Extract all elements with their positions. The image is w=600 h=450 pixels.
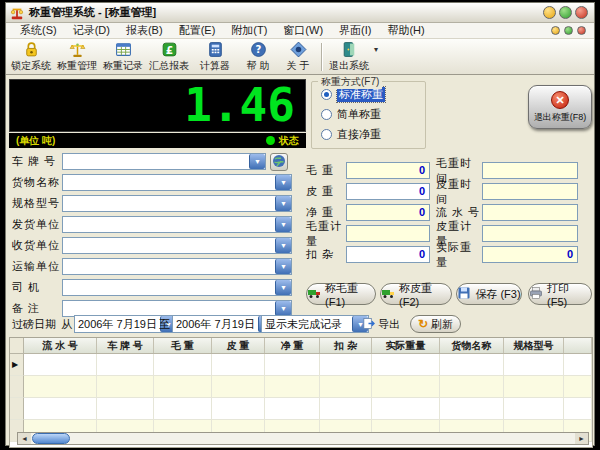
selector-header-cell <box>10 338 24 353</box>
window-title: 称重管理系统 - [称重管理] <box>29 5 156 20</box>
gross-time-input[interactable] <box>482 162 578 179</box>
menu-addons[interactable]: 附加(T) <box>223 23 275 38</box>
menu-system[interactable]: 系统(S) <box>12 23 65 38</box>
summary-report-button[interactable]: £ 汇总报表 <box>146 40 192 73</box>
goods-combobox[interactable]: ▼ <box>62 174 292 191</box>
col-actual[interactable]: 实际重量 <box>372 338 440 353</box>
col-deduct[interactable]: 扣 杂 <box>320 338 372 353</box>
weigh-records-button[interactable]: 称重记录 <box>100 40 146 73</box>
chevron-down-icon[interactable]: ▼ <box>249 154 265 169</box>
mdi-close-icon[interactable] <box>577 26 586 35</box>
chevron-down-icon[interactable]: ▼ <box>275 175 291 190</box>
about-icon <box>290 41 307 58</box>
toolbar-label: 退出系统 <box>329 59 369 73</box>
tare-label: 皮 重 <box>306 184 346 199</box>
transport-combobox[interactable]: ▼ <box>62 258 292 275</box>
shipper-combobox[interactable]: ▼ <box>62 216 292 233</box>
weigh-manage-button[interactable]: 称重管理 <box>54 40 100 73</box>
export-icon <box>362 317 375 332</box>
unit-label: (单位 吨) <box>16 134 55 148</box>
receiver-combobox[interactable]: ▼ <box>62 237 292 254</box>
actual-weight-input[interactable]: 0 <box>482 246 578 263</box>
filter-row: 过磅日期 从 2006年 7月19日▼ 至 2006年 7月19日▼ 显示未完成… <box>6 313 594 335</box>
chevron-down-icon[interactable]: ▼ <box>275 217 291 232</box>
maximize-icon[interactable] <box>559 6 572 19</box>
radio-direct-net[interactable]: 直接净重 <box>321 127 425 142</box>
chevron-down-icon[interactable]: ▼ <box>275 196 291 211</box>
scrollbar-thumb[interactable] <box>32 433 70 444</box>
col-net[interactable]: 净 重 <box>265 338 320 353</box>
about-button[interactable]: 关 于 <box>278 40 318 73</box>
exit-system-button[interactable]: 退出系统 <box>326 40 372 73</box>
chevron-down-icon[interactable]: ▼ <box>275 259 291 274</box>
weigh-tare-button[interactable]: 称皮重 (F2) <box>380 283 452 305</box>
plate-combobox[interactable]: ▼ <box>62 153 266 170</box>
minimize-icon[interactable] <box>543 6 556 19</box>
tare-measure-input[interactable] <box>482 225 578 242</box>
menu-window[interactable]: 窗口(W) <box>275 23 331 38</box>
radio-simple-weigh[interactable]: 简单称重 <box>321 107 425 122</box>
gross-measure-label: 毛重计量 <box>306 219 346 249</box>
calculator-button[interactable]: 计算器 <box>192 40 238 73</box>
table-row[interactable] <box>10 376 592 398</box>
records-grid-icon <box>115 41 132 58</box>
globe-button[interactable] <box>270 153 288 171</box>
save-button[interactable]: 保存 (F3) <box>456 283 522 305</box>
menu-help[interactable]: 帮助(H) <box>379 23 432 38</box>
table-row[interactable] <box>10 398 592 420</box>
export-button[interactable]: 导出 <box>358 315 404 333</box>
scroll-left-icon[interactable]: ◄ <box>18 433 31 444</box>
refresh-button[interactable]: ↻ 刷新 <box>410 315 461 333</box>
weigh-gross-button[interactable]: 称毛重 (F1) <box>306 283 376 305</box>
col-serial[interactable]: 流 水 号 <box>24 338 97 353</box>
menu-interface[interactable]: 界面(I) <box>331 23 379 38</box>
spec-combobox[interactable]: ▼ <box>62 195 292 212</box>
chevron-down-icon[interactable]: ▼ <box>275 238 291 253</box>
toolbar-label: 称重管理 <box>57 59 97 73</box>
row-deduct: 扣 杂 0 实际重量 0 <box>306 246 578 263</box>
mdi-minimize-icon[interactable] <box>551 26 560 35</box>
serial-input[interactable] <box>482 204 578 221</box>
weigh-date-label: 过磅日期 <box>12 315 56 333</box>
chevron-down-icon[interactable]: ▼ <box>275 280 291 295</box>
deduct-input[interactable]: 0 <box>346 246 430 263</box>
scroll-right-icon[interactable]: ► <box>575 433 588 444</box>
close-icon[interactable] <box>575 6 588 19</box>
mdi-restore-icon[interactable] <box>564 26 573 35</box>
col-spec[interactable]: 规格型号 <box>504 338 564 353</box>
table-row[interactable]: ▶ <box>10 354 592 376</box>
col-gross[interactable]: 毛 重 <box>154 338 212 353</box>
menu-config[interactable]: 配置(E) <box>171 23 224 38</box>
col-tare[interactable]: 皮 重 <box>212 338 265 353</box>
gross-input[interactable]: 0 <box>346 162 430 179</box>
lock-system-button[interactable]: 锁定系统 <box>8 40 54 73</box>
toolbar-overflow-icon[interactable]: ▾ <box>374 45 378 54</box>
col-plate[interactable]: 车 牌 号 <box>97 338 154 353</box>
toolbar-separator <box>321 43 323 71</box>
radio-standard-weigh[interactable]: 标准称重 <box>321 87 425 102</box>
title-bar: 称重管理系统 - [称重管理] <box>6 3 594 23</box>
from-label: 从 <box>61 315 72 333</box>
field-row-spec: 规格型号 ▼ <box>12 195 292 212</box>
horizontal-scrollbar[interactable]: ◄ ► <box>17 432 589 445</box>
record-view-value: 显示未完成记录 <box>262 316 352 332</box>
unit-status-bar: (单位 吨) 状态 <box>9 133 306 148</box>
help-button[interactable]: ? 帮 助 <box>238 40 278 73</box>
print-button[interactable]: 打印 (F5) <box>528 283 592 305</box>
menu-reports[interactable]: 报表(B) <box>118 23 171 38</box>
gross-measure-input[interactable] <box>346 225 430 242</box>
driver-combobox[interactable]: ▼ <box>62 279 292 296</box>
net-input[interactable]: 0 <box>346 204 430 221</box>
tare-time-input[interactable] <box>482 183 578 200</box>
menu-records[interactable]: 记录(D) <box>65 23 118 38</box>
record-view-select[interactable]: 显示未完成记录▼ <box>261 315 369 333</box>
gross-label: 毛 重 <box>306 163 346 178</box>
toolbar-label: 汇总报表 <box>149 59 189 73</box>
exit-weigh-button[interactable]: ✕ 退出称重(F8) <box>528 85 592 129</box>
col-goods[interactable]: 货物名称 <box>440 338 504 353</box>
tare-input[interactable]: 0 <box>346 183 430 200</box>
exit-door-icon <box>341 41 358 58</box>
tare-time-label: 皮重时间 <box>436 177 482 207</box>
red-x-icon: ✕ <box>551 91 569 109</box>
date-to-picker[interactable]: 2006年 7月19日▼ <box>172 315 275 333</box>
